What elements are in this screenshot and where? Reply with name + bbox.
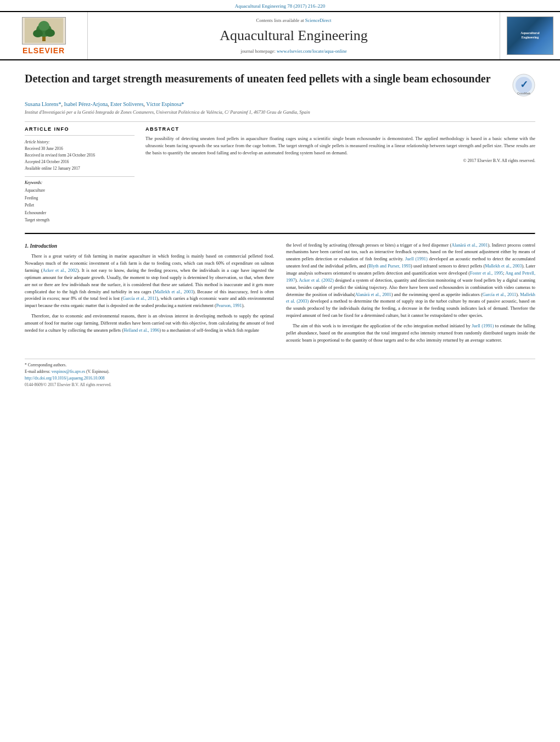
journal-ref-text: Aquacultural Engineering 78 (2017) 216–2… <box>235 3 325 9</box>
ref-acker2002[interactable]: Acker et al., 2002 <box>42 268 77 273</box>
corresponding-text: * Corresponding authors. <box>25 362 66 367</box>
body-para-2: Therefore, due to economic and environme… <box>25 313 274 334</box>
abstract-column: ABSTRACT The possibility of detecting un… <box>145 126 535 224</box>
keyword-3: Pellet <box>25 203 34 208</box>
online-date: Available online 12 January 2017 <box>25 166 80 171</box>
keyword-1: Aquaculture <box>25 188 45 193</box>
publisher-logo-area: ELSEVIER <box>0 12 88 59</box>
sciencedirect-link[interactable]: ScienceDirect <box>305 18 332 23</box>
email-person: (V. Espinosa). <box>86 369 109 374</box>
svg-text:CrossMark: CrossMark <box>517 92 531 95</box>
ref-juell1991b[interactable]: Juell (1991) <box>472 323 494 328</box>
author-victor[interactable]: Víctor Espinosa* <box>146 101 184 107</box>
keywords-list: Aquaculture Feeding Pellet Echosounder T… <box>25 187 135 224</box>
keyword-2: Feeding <box>25 196 38 200</box>
email-line: E-mail address: vespinos@fis.upv.es (V. … <box>25 369 535 374</box>
corresponding-email[interactable]: vespinos@fis.upv.es <box>52 369 85 374</box>
svg-point-5 <box>38 21 49 31</box>
body-left-column: 1. Introduction There is a great variety… <box>25 242 274 348</box>
article-info-abstract-section: ARTICLE INFO Article history: Received 3… <box>25 126 535 224</box>
journal-main-title: Aquacultural Engineering <box>220 27 367 44</box>
abstract-body: The possibility of detecting uneaten foo… <box>145 136 535 155</box>
homepage-label: journal homepage: <box>240 48 276 54</box>
issn-line: 0144-8609/© 2017 Elsevier B.V. All right… <box>25 382 535 387</box>
journal-homepage-line: journal homepage: www.elsevier.com/locat… <box>240 48 346 54</box>
elsevier-logo: ELSEVIER <box>22 17 66 55</box>
article-content: Detection and target strength measuremen… <box>0 60 560 398</box>
elsevier-brand-text: ELSEVIER <box>23 46 65 55</box>
main-body-divider <box>25 233 535 235</box>
accepted-date: Accepted 24 October 2016 <box>25 159 69 164</box>
ref-garcia2011a[interactable]: García et al., 2011 <box>122 296 156 301</box>
history-label: Article history: <box>25 140 50 144</box>
ref-acker2002b[interactable]: Acker et al. (2002) <box>299 278 334 283</box>
journal-cover-thumb: AquaculturalEngineering <box>507 16 553 55</box>
body-right-column: the level of feeding by activating (thro… <box>286 242 535 348</box>
abstract-header: ABSTRACT <box>145 126 535 132</box>
header-divider <box>25 121 535 122</box>
body-para-3: the level of feeding by activating (thro… <box>286 242 535 320</box>
author-ester[interactable]: Ester Soliveres <box>110 101 143 107</box>
ref-alanara2001b[interactable]: Alanärä et al., 2001 <box>355 292 391 297</box>
copyright-line: © 2017 Elsevier B.V. All rights reserved… <box>145 158 535 163</box>
journal-header: ELSEVIER Contents lists available at Sci… <box>0 11 560 60</box>
ref-pearson1991[interactable]: Pearson, 1991 <box>216 303 242 308</box>
keywords-section: Keywords: Aquaculture Feeding Pellet Ech… <box>25 180 135 224</box>
ref-juell1991a[interactable]: Juell (1991) <box>405 256 428 261</box>
ref-mallekh2003a[interactable]: Mallekh et al., 2003 <box>155 289 193 294</box>
keyword-4: Echosounder <box>25 210 46 215</box>
the-word: the <box>286 243 292 248</box>
article-title: Detection and target strength measuremen… <box>25 71 504 86</box>
body-para-4: The aim of this work is to investigate t… <box>286 323 535 344</box>
abstract-text: The possibility of detecting uneaten foo… <box>145 135 535 156</box>
elsevier-tree-image <box>22 17 66 44</box>
ref-mallekh2003b[interactable]: Mallekh et al., 2003 <box>485 264 522 269</box>
received-date: Received 30 June 2016 <box>25 146 63 151</box>
journal-thumb-text: AquaculturalEngineering <box>519 30 541 42</box>
article-history: Article history: Received 30 June 2016 R… <box>25 139 135 172</box>
revised-date: Received in revised form 24 October 2016 <box>25 153 95 158</box>
svg-point-4 <box>45 29 55 37</box>
journal-reference-bar: Aquacultural Engineering 78 (2017) 216–2… <box>0 0 560 11</box>
authors-line: Susana Llorens*, Isabel Pérez-Arjona, Es… <box>25 101 535 107</box>
affiliation: Institut d'Investigació per a la Gestió … <box>25 109 535 115</box>
article-info-header: ARTICLE INFO <box>25 126 135 132</box>
keyword-5: Target strength <box>25 217 49 222</box>
author-susana[interactable]: Susana Llorens* <box>25 101 61 107</box>
corresponding-note: * Corresponding authors. <box>25 362 535 367</box>
ref-blyth1993[interactable]: Blyth and Purser, 1993 <box>368 264 411 269</box>
article-title-section: Detection and target strength measuremen… <box>25 71 535 97</box>
section1-heading: 1. Introduction <box>25 242 274 250</box>
keywords-label: Keywords: <box>25 180 135 185</box>
sciencedirect-line: Contents lists available at ScienceDirec… <box>256 18 332 23</box>
author-isabel[interactable]: Isabel Pérez-Arjona <box>64 101 108 107</box>
article-footer: * Corresponding authors. E-mail address:… <box>25 359 535 387</box>
ref-helland1996[interactable]: Helland et al., 1996 <box>124 328 159 333</box>
crossmark-badge[interactable]: ✓ CrossMark <box>512 74 535 97</box>
email-label: E-mail address: <box>25 369 51 374</box>
journal-thumbnail-area: AquaculturalEngineering <box>500 12 560 59</box>
article-info-column: ARTICLE INFO Article history: Received 3… <box>25 126 135 224</box>
journal-title-area: Contents lists available at ScienceDirec… <box>88 12 500 59</box>
doi-line: http://dx.doi.org/10.1016/j.aquaeng.2016… <box>25 376 535 381</box>
page: Aquacultural Engineering 78 (2017) 216–2… <box>0 0 560 742</box>
ref-alanara2001a[interactable]: Alanärä et al., 2001 <box>451 243 488 248</box>
svg-point-3 <box>33 30 43 37</box>
ref-garcia2011b[interactable]: García et al., 2011 <box>483 292 516 297</box>
homepage-link[interactable]: www.elsevier.com/locate/aqua-online <box>277 48 347 54</box>
sciencedirect-label: Contents lists available at <box>256 18 304 23</box>
ref-foster1995[interactable]: Foster et al., 1995 <box>470 271 503 276</box>
svg-text:✓: ✓ <box>520 79 528 90</box>
body-para-1: There is a great variety of fish farming… <box>25 253 274 310</box>
doi-link[interactable]: http://dx.doi.org/10.1016/j.aquaeng.2016… <box>25 376 104 381</box>
body-columns: 1. Introduction There is a great variety… <box>25 242 535 348</box>
